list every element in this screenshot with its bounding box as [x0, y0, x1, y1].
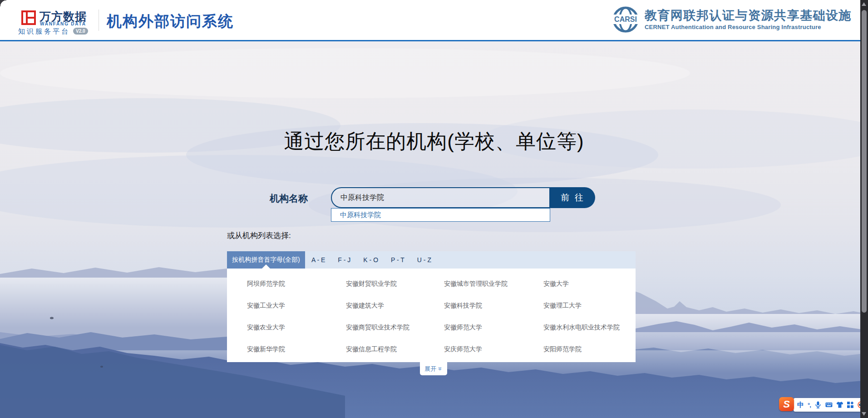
institution-link[interactable]: 安徽财贸职业学院 [346, 280, 444, 288]
keyboard-icon[interactable] [825, 401, 833, 408]
header: 万方数据 WANFANG DATA 知识服务平台 V2.0 机构外部访问系统 C… [0, 0, 868, 41]
microphone-icon[interactable] [814, 401, 822, 408]
institution-link[interactable]: 安徽新华学院 [247, 345, 346, 353]
tab-f-j[interactable]: F - J [331, 251, 357, 269]
institution-link[interactable]: 安阳师范学院 [543, 345, 636, 353]
chevron-double-down-icon: » [437, 367, 444, 370]
expand-label: 展开 [424, 365, 436, 373]
institution-link[interactable]: 安徽工业大学 [247, 302, 346, 310]
institution-link[interactable]: 安徽建筑大学 [346, 302, 444, 310]
suggestion-item[interactable]: 中原科技学院 [340, 211, 381, 219]
scrollbar-thumb[interactable] [862, 10, 867, 313]
institution-link[interactable]: 安徽信息工程学院 [346, 345, 444, 353]
tab-a-e[interactable]: A - E [305, 251, 331, 269]
suggestion-dropdown: 中原科技学院 [331, 208, 550, 222]
institution-link[interactable]: 阿坝师范学院 [247, 280, 346, 288]
version-badge: V2.0 [73, 28, 88, 35]
letter-tabs: 按机构拼音首字母(全部) A - E F - J K - O P - T U -… [227, 251, 636, 269]
toolbox-grid-icon[interactable] [847, 401, 854, 408]
carsi-globe-icon: CARSI [612, 6, 640, 33]
tab-p-t[interactable]: P - T [385, 251, 411, 269]
page: 万方数据 WANFANG DATA 知识服务平台 V2.0 机构外部访问系统 C… [0, 0, 868, 418]
institution-link[interactable]: 安庆师范大学 [444, 345, 543, 353]
main-heading: 通过您所在的机构(学校、单位等) [0, 128, 868, 155]
list-prompt: 或从机构列表选择: [227, 230, 291, 241]
bird-speck [50, 317, 54, 319]
tab-k-o[interactable]: K - O [357, 251, 385, 269]
search-label: 机构名称 [270, 192, 308, 205]
window-corner [0, 0, 6, 6]
bird-speck [100, 366, 103, 368]
go-button[interactable]: 前 往 [550, 187, 595, 208]
sogou-logo-icon[interactable]: S [779, 397, 794, 411]
skin-tshirt-icon[interactable] [836, 401, 843, 408]
expand-button[interactable]: 展开 » [420, 362, 447, 375]
institution-link[interactable]: 安徽水利水电职业技术学院 [543, 323, 636, 332]
institution-link[interactable]: 安徽理工大学 [543, 302, 636, 310]
institution-search-input[interactable] [331, 187, 550, 208]
platform-label: 知识服务平台 [18, 27, 70, 36]
carsi-title-en: CERNET Authentication and Resource Shari… [645, 24, 852, 30]
institution-link[interactable]: 安徽大学 [543, 280, 636, 288]
scrollbar-up-arrow[interactable] [862, 2, 866, 6]
tab-u-z[interactable]: U - Z [411, 251, 438, 269]
tab-all[interactable]: 按机构拼音首字母(全部) [227, 251, 305, 269]
carsi-title-cn: 教育网联邦认证与资源共享基础设施 [645, 9, 852, 22]
ime-punctuation-indicator[interactable]: °, [808, 402, 811, 408]
brand-name-en: WANFANG DATA [40, 21, 86, 26]
carsi-text: 教育网联邦认证与资源共享基础设施 CERNET Authentication a… [645, 9, 852, 30]
ime-mode-indicator[interactable]: 中 [797, 401, 804, 409]
page-title: 机构外部访问系统 [107, 11, 234, 32]
vertical-scrollbar [860, 0, 868, 418]
institution-link[interactable]: 安徽商贸职业技术学院 [346, 323, 444, 332]
institution-link[interactable]: 安徽师范大学 [444, 323, 543, 332]
carsi-banner: CARSI 教育网联邦认证与资源共享基础设施 CERNET Authentica… [612, 6, 852, 33]
institution-panel: 按机构拼音首字母(全部) A - E F - J K - O P - T U -… [227, 251, 636, 362]
wanfang-logo-icon[interactable] [21, 10, 36, 25]
header-divider [99, 10, 99, 31]
institution-link[interactable]: 安徽城市管理职业学院 [444, 280, 543, 288]
scrollbar-down-arrow[interactable] [862, 412, 866, 416]
svg-text:CARSI: CARSI [614, 15, 637, 23]
institution-link[interactable]: 安徽科技学院 [444, 302, 543, 310]
ime-toolbar: 中 °, [794, 398, 865, 412]
institution-grid: 阿坝师范学院 安徽财贸职业学院 安徽城市管理职业学院 安徽大学 安徽工业大学 安… [227, 269, 636, 362]
institution-link[interactable]: 安徽农业大学 [247, 323, 346, 332]
